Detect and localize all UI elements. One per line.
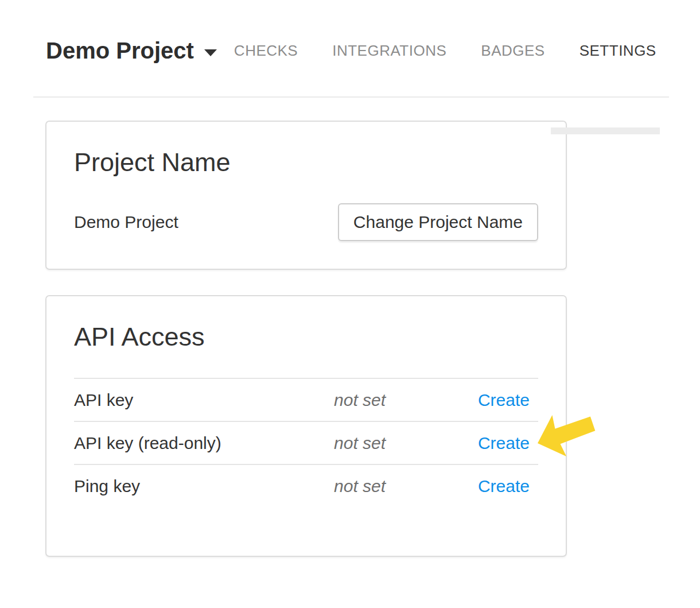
api-key-readonly-value: not set [334,421,469,464]
change-project-name-button[interactable]: Change Project Name [338,203,538,241]
api-key-value: not set [334,378,469,421]
project-name-row: Demo Project Change Project Name [74,203,538,241]
tab-checks[interactable]: CHECKS [217,42,315,60]
project-name-card: Project Name Demo Project Change Project… [45,121,567,270]
create-api-key-readonly-link[interactable]: Create [478,433,530,452]
page-content: Demo Project CHECKS INTEGRATIONS BADGES … [31,37,669,557]
api-keys-table: API key not set Create API key (read-onl… [74,378,538,508]
api-key-label: API key [74,378,334,421]
caret-down-icon [204,49,217,56]
project-switcher[interactable]: Demo Project [46,37,217,64]
project-name-card-title: Project Name [74,147,538,178]
api-access-card-title: API Access [74,322,538,353]
ping-key-label: Ping key [74,464,334,508]
current-project-name: Demo Project [74,212,178,232]
tab-settings[interactable]: SETTINGS [562,42,674,60]
tab-badges[interactable]: BADGES [464,42,562,60]
create-api-key-link[interactable]: Create [478,390,530,409]
main-nav: CHECKS INTEGRATIONS BADGES SETTINGS [217,37,674,64]
header: Demo Project CHECKS INTEGRATIONS BADGES … [31,37,669,64]
project-title: Demo Project [46,37,194,64]
create-ping-key-link[interactable]: Create [478,477,530,495]
api-key-readonly-label: API key (read-only) [74,421,334,464]
table-row-api-key: API key not set Create [74,378,538,421]
api-access-card: API Access API key not set Create API ke… [45,295,567,557]
active-tab-indicator [551,127,660,134]
table-row-ping-key: Ping key not set Create [74,464,538,508]
table-row-api-key-readonly: API key (read-only) not set Create [74,421,538,464]
header-divider [33,96,669,98]
tab-integrations[interactable]: INTEGRATIONS [315,42,464,60]
ping-key-value: not set [334,464,469,508]
